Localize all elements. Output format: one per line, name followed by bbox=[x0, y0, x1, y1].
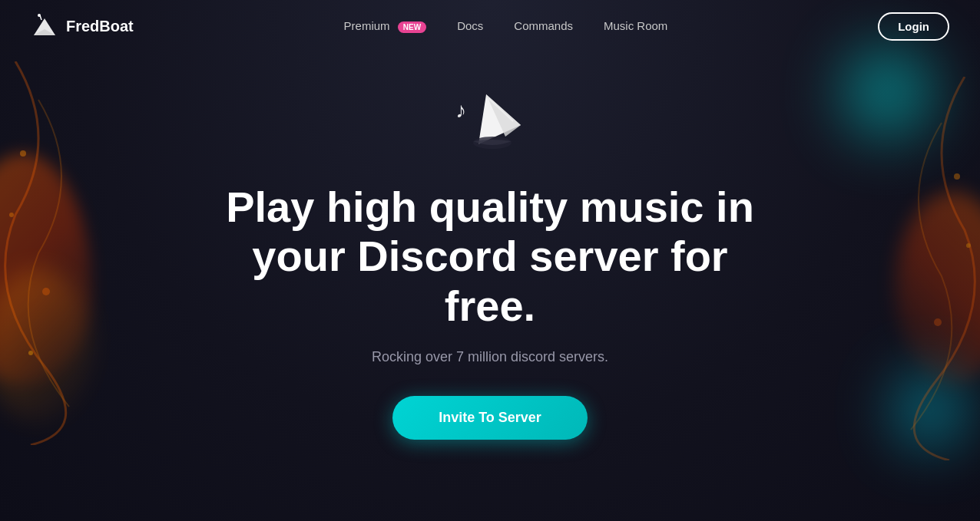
nav-item-music-room[interactable]: Music Room bbox=[604, 19, 667, 33]
nav-link-music-room[interactable]: Music Room bbox=[604, 19, 667, 32]
svg-text:♪: ♪ bbox=[455, 98, 466, 122]
invite-to-server-button[interactable]: Invite To Server bbox=[392, 396, 588, 440]
new-badge: NEW bbox=[398, 21, 426, 33]
logo-text: FredBoat bbox=[66, 18, 134, 35]
nav-link-premium[interactable]: Premium NEW bbox=[344, 19, 427, 32]
svg-point-10 bbox=[38, 14, 41, 17]
hero-logo-icon: ♪ bbox=[444, 75, 536, 167]
logo-link[interactable]: FredBoat bbox=[31, 12, 134, 40]
hero-section: ♪ Play high quality music in your Discor… bbox=[0, 52, 980, 440]
nav-item-premium[interactable]: Premium NEW bbox=[344, 19, 427, 33]
nav-links-list: Premium NEW Docs Commands Music Room bbox=[344, 19, 668, 33]
nav-link-docs[interactable]: Docs bbox=[457, 19, 483, 32]
nav-link-commands[interactable]: Commands bbox=[514, 19, 573, 32]
logo-icon bbox=[31, 12, 58, 40]
navbar: FredBoat Premium NEW Docs Commands Music… bbox=[0, 0, 980, 52]
nav-item-docs[interactable]: Docs bbox=[457, 19, 483, 33]
hero-subtitle: Rocking over 7 million discord servers. bbox=[372, 349, 608, 365]
nav-item-commands[interactable]: Commands bbox=[514, 19, 573, 33]
hero-title: Play high quality music in your Discord … bbox=[202, 183, 778, 331]
login-button[interactable]: Login bbox=[878, 12, 949, 41]
